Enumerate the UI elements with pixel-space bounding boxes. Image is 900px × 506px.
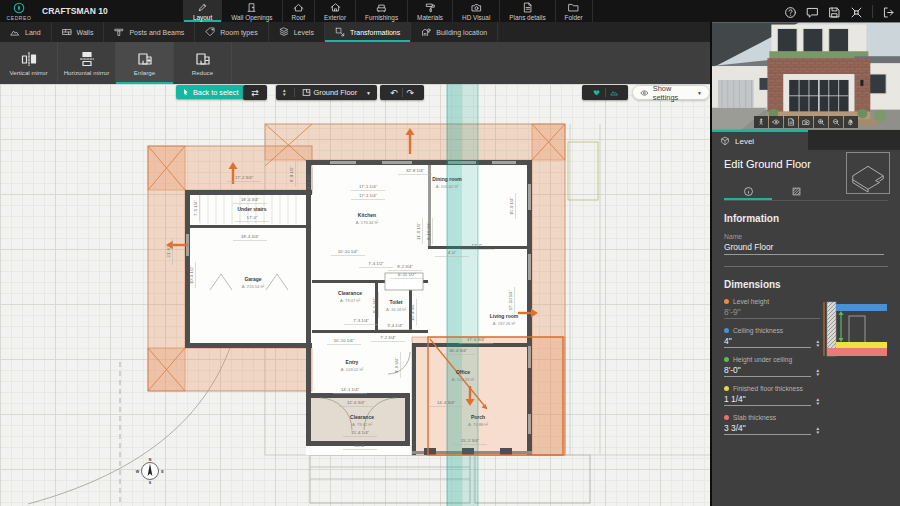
preview-plans-details-button[interactable] [784, 116, 798, 128]
tool-horizontal-mirror[interactable]: Horizontal mirror [58, 42, 116, 84]
tab-folder[interactable]: Folder [555, 0, 593, 22]
tool-reduce[interactable]: Reduce [174, 42, 232, 84]
exit-icon [882, 6, 895, 19]
3d-preview-toolbar [754, 116, 858, 128]
dimension-label: 3'-4 1/4" [387, 323, 403, 328]
ribbon-item-land[interactable]: Land [0, 22, 52, 42]
3d-preview[interactable] [712, 22, 900, 130]
save-button[interactable] [828, 5, 841, 18]
land-icon [10, 27, 20, 37]
tab-roof[interactable]: Roof [282, 0, 315, 22]
cube-icon [720, 136, 730, 146]
compass-s: S [149, 481, 152, 485]
back-to-select-button[interactable]: Back to select [176, 85, 244, 99]
tab-label: Materials [417, 14, 443, 21]
preview-zoom-in-button[interactable] [814, 116, 828, 128]
tool-enlarge[interactable]: Enlarge [116, 42, 174, 84]
ribbon-item-levels[interactable]: Levels [269, 22, 325, 42]
preview-hand-button[interactable] [844, 116, 858, 128]
cedreo-logo[interactable]: CEDREO [0, 0, 38, 22]
redo-button[interactable]: ↷ [407, 88, 415, 98]
eye-icon [640, 88, 649, 98]
ribbon-item-posts-and-beams[interactable]: Posts and Beams [104, 22, 195, 42]
show-settings-button[interactable]: Show settings ▼ [632, 85, 710, 100]
compass [142, 463, 159, 480]
chat-button[interactable] [806, 5, 819, 18]
name-value[interactable]: Ground Floor [724, 240, 884, 255]
room-label: Porch [471, 414, 485, 420]
name-field[interactable]: Name Ground Floor [724, 233, 884, 255]
dimension-label: 17'-10 1/4" [508, 289, 513, 310]
ribbon-item-transformations[interactable]: Transformations [325, 22, 411, 42]
field-stepper[interactable]: ▲▼ [815, 398, 820, 406]
tab-information[interactable] [724, 182, 772, 200]
dimension-label: 11'-0 1/2" [416, 222, 421, 240]
field-value: 8'-9" [724, 307, 820, 319]
favorites-toggle-icon[interactable] [592, 88, 601, 97]
tab-plans-details[interactable]: Plans details [499, 0, 554, 22]
zoom-in-icon [817, 118, 825, 126]
transform-toolbar: Vertical mirrorHorizontal mirrorEnlargeR… [0, 42, 710, 84]
field-value[interactable]: 4" [724, 336, 811, 348]
swap-floor-button[interactable]: ⇄ [243, 85, 267, 100]
field-value[interactable]: 3 3/4" [724, 423, 811, 435]
field-slab-thickness: Slab thickness 3 3/4" ▲▼ [724, 414, 820, 435]
field-value[interactable]: 8'-0" [724, 365, 811, 377]
floor-stepper[interactable]: ▲▼ [282, 89, 287, 97]
undo-button[interactable]: ↶ [390, 88, 398, 98]
tab-layout[interactable]: Layout [183, 0, 221, 22]
tab-hd-visual[interactable]: HD Visual [452, 0, 499, 22]
preview-zoom-out-button[interactable] [829, 116, 843, 128]
dimension-label: 15'-4 1/4" [351, 430, 370, 435]
dimension-label: 6'-11 1/2" [398, 272, 416, 277]
field-stepper[interactable]: ▲▼ [815, 340, 820, 348]
ribbon-item-room-types[interactable]: Room types [195, 22, 268, 42]
dimension-label: 9'-0 3/4" [394, 357, 399, 373]
floor-plan[interactable]: Under stairsGarageA: 255.54 ft²KitchenA:… [0, 84, 710, 506]
dimension-label: 16'-6" [355, 443, 366, 448]
ribbon-label: Walls [77, 29, 94, 36]
dimension-label: 18'-4 3/4" [241, 197, 260, 202]
dimension-label: 17'-6 3/4" [467, 337, 486, 342]
floor-selector[interactable]: ▲▼ Ground Floor ▼ [276, 85, 377, 100]
terrain-toggle-icon[interactable] [610, 88, 619, 97]
dimension-label: 8'-9 1/2" [289, 166, 294, 182]
enlarge-icon [137, 51, 153, 67]
field-stepper[interactable]: ▲▼ [815, 369, 820, 377]
tab-level[interactable]: Level [712, 130, 808, 150]
tab-wall-openings[interactable]: Wall Openings [221, 0, 281, 22]
field-value[interactable]: 1 1/4" [724, 394, 811, 406]
ribbon-item-walls[interactable]: Walls [52, 22, 105, 42]
help-button[interactable] [784, 5, 797, 18]
info-icon [743, 186, 754, 197]
dimension-label: 7'-3 1/4" [353, 318, 369, 323]
tab-materials[interactable]: Materials [407, 0, 452, 22]
room-label: Clearance [350, 414, 374, 420]
wall-section-diagram [823, 300, 889, 358]
building-location-icon [421, 27, 431, 37]
center-view-button[interactable] [850, 5, 863, 18]
tab-furnishings[interactable]: Furnishings [355, 0, 407, 22]
top-bar-actions [784, 0, 895, 22]
dimension-label: 10'-3 1/2" [189, 265, 194, 284]
preview-eye-button[interactable] [769, 116, 783, 128]
ribbon-item-building-location[interactable]: Building location [411, 22, 498, 42]
field-label: Slab thickness [733, 414, 776, 421]
dimension-label: 8'-2 3/4" [397, 264, 413, 269]
plan-canvas[interactable]: Under stairsGarageA: 255.54 ft²KitchenA:… [0, 84, 710, 506]
field-stepper[interactable]: ▲▼ [815, 427, 820, 435]
tab-label: HD Visual [462, 14, 490, 21]
project-title: CRAFTSMAN 10 [42, 6, 108, 16]
right-panel: Level Edit Ground Floor Information [710, 0, 900, 506]
tab-exterior[interactable]: Exterior [314, 0, 355, 22]
exit-button[interactable] [882, 5, 895, 18]
preview-person-button[interactable] [754, 116, 768, 128]
chevron-down-icon: ▼ [366, 90, 371, 96]
dimension-label: 10'-10 1/4" [338, 249, 359, 254]
preview-hd-visual-button[interactable] [799, 116, 813, 128]
tool-vertical-mirror[interactable]: Vertical mirror [0, 42, 58, 84]
ribbon-label: Transformations [350, 29, 400, 36]
ribbon-label: Building location [436, 29, 487, 36]
roof-icon [293, 2, 304, 13]
tab-section[interactable] [772, 182, 820, 200]
